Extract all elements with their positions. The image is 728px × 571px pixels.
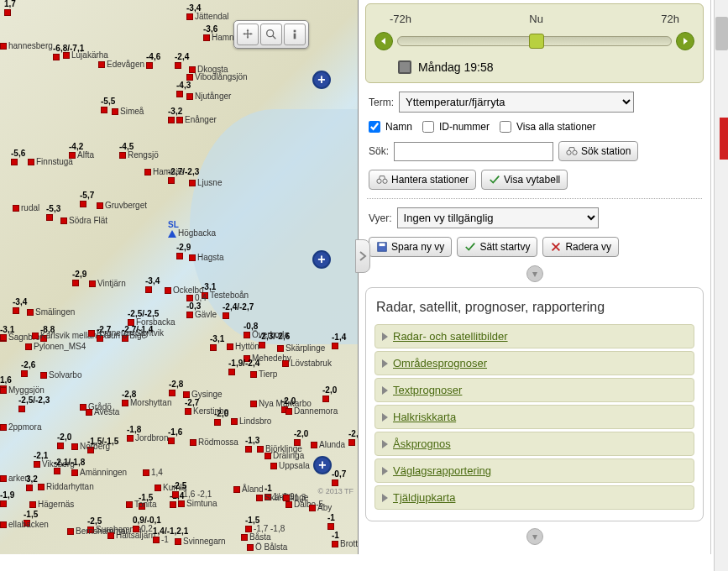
station-marker[interactable]: -1,6 [168,428,182,445]
station-marker[interactable]: rudal [13,204,39,212]
station-marker[interactable]: Alunda [311,441,345,449]
station-marker[interactable]: -3,4 [145,277,160,294]
station-marker[interactable]: -3,4 [13,298,27,315]
station-marker[interactable]: 1,7 [4,0,16,17]
station-marker[interactable]: Hagsta [189,254,224,262]
scrollbar-thumb[interactable] [715,17,728,50]
accordion-item[interactable]: Åskprognos [374,432,694,456]
station-marker[interactable]: Tierp [250,370,277,379]
term-select[interactable]: Yttemperatur/fjärryta [399,92,634,113]
station-marker[interactable]: RygneruntSkyltvik [88,329,164,338]
station-marker[interactable]: -4,6 [146,53,160,70]
station-marker[interactable]: -2,4 [175,53,189,70]
time-slider-thumb[interactable] [529,34,544,49]
station-marker[interactable]: -0,7 [332,470,346,487]
accordion-link[interactable]: Områdesprognoser [393,357,487,369]
station-marker[interactable]: -3,1 [210,335,224,352]
station-marker[interactable]: Norberg [71,443,110,451]
showall-checkbox[interactable] [500,121,511,133]
station-marker[interactable]: 0,9/-0,10,2 [133,516,161,533]
accordion-link[interactable]: Textprognoser [393,384,462,396]
station-marker[interactable]: -2,0 [322,386,337,403]
station-marker[interactable]: 2ppmora [0,423,41,432]
station-marker[interactable]: Gruvberget [97,202,147,210]
add-marker-button[interactable]: + [313,456,332,474]
station-marker[interactable]: -2,0 [214,410,228,427]
show-table-button[interactable]: Visa vytabell [481,170,568,190]
station-marker[interactable]: Hägernäs [29,500,74,509]
station-marker[interactable]: -1Brott... [332,532,359,548]
station-marker[interactable]: Dannemora [285,407,338,416]
station-marker[interactable]: -3,4Jättendal [186,4,229,21]
station-marker[interactable]: -2,8Morshyttan [122,390,171,407]
station-marker[interactable]: Riddarhyttan [38,483,94,491]
station-marker[interactable]: Edevågen [98,60,144,69]
station-marker[interactable]: Vibodlångsjön [186,73,248,81]
station-marker[interactable]: Tonita [126,500,157,509]
station-marker[interactable]: -2,9 [72,270,86,287]
station-marker[interactable]: 1,4 [143,469,163,477]
station-marker[interactable]: 3,2 [26,475,38,492]
station-marker[interactable]: Solvarbo [40,371,81,380]
station-marker[interactable]: -0,3Gävle [186,302,217,319]
station-marker[interactable]: Aby [309,504,332,512]
accordion-link[interactable]: Väglagsrapportering [393,464,491,477]
station-marker[interactable]: -1,4 [332,333,346,350]
station-marker[interactable]: -5,7 [80,191,94,208]
scroll-down-icon[interactable]: ▾ [526,265,543,282]
name-checkbox[interactable] [369,121,380,133]
station-marker[interactable]: Myggsjön [0,386,45,395]
station-marker[interactable]: -2,5/-2,5Forsbacka [128,310,175,327]
station-marker[interactable]: Skärplinge [277,344,325,353]
sl-station[interactable]: SL Högbacka [168,221,216,238]
station-marker[interactable]: Lövstabruk [282,359,332,368]
station-marker[interactable]: Åland [233,485,264,494]
accordion-item[interactable]: Halkriskkarta [374,405,694,429]
station-marker[interactable]: Smälingen [27,308,75,317]
delete-view-button[interactable]: Radera vy [542,237,619,257]
scroll-down-icon[interactable]: ▾ [526,528,543,545]
time-slider-track[interactable] [397,36,672,46]
station-marker[interactable]: -1,9 [0,491,14,508]
station-marker[interactable]: -2,0 [57,433,71,450]
map-viewport[interactable]: 1,7-3,4Jättendal-3,6Hamninchannesberg-6,… [0,0,359,554]
id-checkbox[interactable] [422,121,434,133]
station-marker[interactable]: -2,5-1,6 -2,1 [172,482,212,499]
add-marker-button[interactable]: + [312,250,331,269]
panel-collapse-handle[interactable] [355,239,370,273]
pan-tool[interactable] [237,24,259,45]
station-marker[interactable]: arken [0,474,29,483]
station-marker[interactable]: Drälinga [264,452,304,460]
save-view-button[interactable]: Spara ny vy [369,237,452,257]
station-marker[interactable]: -5,6 [11,149,25,166]
accordion-item[interactable]: Områdesprognoser [374,351,694,375]
accordion-link[interactable]: Radar- och satellitbilder [393,330,508,343]
station-marker[interactable]: Ö Bålsta [247,543,287,552]
accordion-link[interactable]: Tjäldjupkarta [393,491,455,504]
views-select[interactable]: Ingen vy tillgänglig [397,207,599,228]
station-marker[interactable]: Vintjärn [89,280,126,288]
time-back-button[interactable] [374,32,393,50]
station-marker[interactable]: hannesberg [0,42,53,50]
station-marker[interactable]: Simeå [112,107,144,116]
accordion-item[interactable]: Textprognoser [374,378,694,402]
accordion-link[interactable]: Halkriskkarta [393,411,456,423]
station-marker[interactable]: Lujakärha [63,51,108,60]
station-marker[interactable]: -1,8Jordbron [127,426,168,443]
station-marker[interactable]: Båsta [241,533,271,542]
manage-stations-button[interactable]: Hantera stationer [369,170,476,190]
station-marker[interactable]: Pylonen_MS4 [25,343,86,351]
set-start-view-button[interactable]: Sätt startvy [457,237,537,257]
station-marker[interactable]: Enånger [176,116,217,124]
station-marker[interactable]: -2,4/-2,7 [223,303,254,320]
station-marker[interactable]: -2,4 [348,430,359,447]
station-marker[interactable]: Lindsbro [231,417,271,426]
station-marker[interactable]: Hyttön [227,343,259,351]
station-marker[interactable]: -3,1Testeboån [202,283,249,300]
station-marker[interactable]: -2,6 [21,361,35,378]
station-marker[interactable]: -5,3 [46,205,60,222]
station-marker[interactable]: Simtuna [178,500,217,508]
accordion-link[interactable]: Åskprognos [393,437,451,450]
add-marker-button[interactable]: + [312,71,331,89]
accordion-item[interactable]: Väglagsrapportering [374,458,694,483]
